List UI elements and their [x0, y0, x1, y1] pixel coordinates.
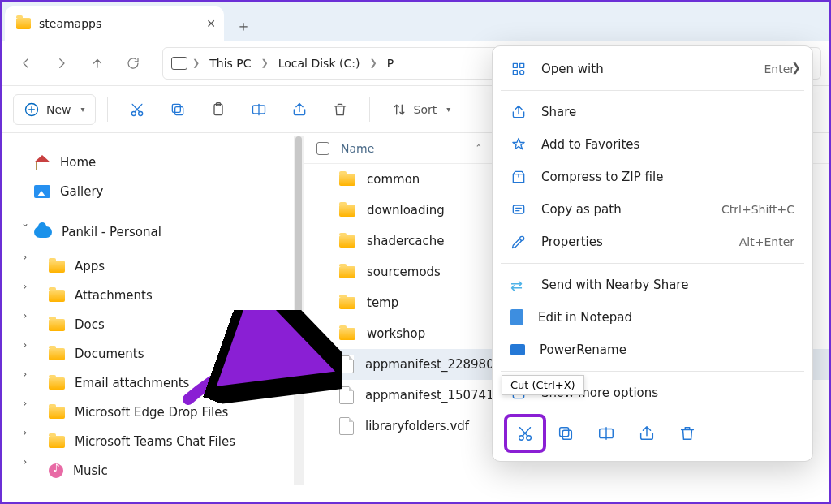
sidebar-item[interactable]: Music: [16, 456, 294, 485]
cut-button[interactable]: [119, 94, 155, 125]
new-tab-button[interactable]: ＋: [229, 11, 258, 41]
refresh-button[interactable]: [117, 47, 149, 80]
sidebar-onedrive[interactable]: Pankil - Personal: [16, 218, 294, 247]
ctx-label: PowerRename: [540, 342, 626, 357]
back-button[interactable]: [10, 47, 42, 80]
ctx-label: Compress to ZIP file: [541, 170, 663, 184]
expand-icon[interactable]: ›: [19, 310, 31, 321]
ctx-nearby-share[interactable]: ⇄Send with Nearby Share: [493, 269, 812, 301]
sidebar-item[interactable]: Microsoft Edge Drop Files: [16, 398, 294, 427]
folder-icon: [49, 436, 65, 448]
file-icon: [339, 417, 354, 435]
ctx-label: Open with: [541, 62, 604, 76]
expand-icon[interactable]: ›: [19, 368, 31, 380]
ctx-share[interactable]: Share: [493, 96, 812, 128]
ctx-quick-actions: [493, 409, 812, 454]
expand-icon[interactable]: ›: [19, 427, 31, 438]
svg-rect-12: [513, 205, 523, 213]
sidebar-item[interactable]: Apps: [16, 252, 294, 281]
breadcrumb-item[interactable]: This PC: [205, 57, 256, 70]
sidebar-label: Gallery: [60, 184, 103, 199]
sidebar-item[interactable]: Microsoft Teams Chat Files: [16, 427, 294, 456]
sidebar-label: Docs: [75, 317, 105, 332]
delete-button[interactable]: [322, 94, 358, 125]
shortcut: Enter: [764, 62, 794, 75]
sort-asc-icon: ⌃: [475, 143, 482, 153]
expand-icon[interactable]: ›: [19, 252, 31, 263]
ctx-copy-path[interactable]: Copy as pathCtrl+Shift+C: [493, 193, 812, 226]
ctx-open-with[interactable]: Open withEnter: [493, 53, 812, 85]
shortcut: Ctrl+Shift+C: [721, 203, 794, 216]
new-label: New: [46, 103, 71, 116]
share-button[interactable]: [282, 94, 317, 125]
sidebar-home[interactable]: Home: [16, 148, 294, 177]
file-name: workshop: [367, 326, 425, 341]
folder-icon: [339, 328, 355, 340]
rename-button[interactable]: [241, 94, 277, 125]
svg-rect-3: [174, 106, 183, 114]
folder-icon: [49, 407, 65, 419]
copy-button[interactable]: [160, 94, 196, 125]
folder-icon: [49, 290, 65, 302]
paste-button[interactable]: [200, 94, 236, 125]
music-icon: [49, 463, 63, 478]
file-name: libraryfolders.vdf: [365, 419, 469, 433]
breadcrumb-item[interactable]: Local Disk (C:): [273, 57, 365, 70]
checkbox-checked[interactable]: ✓: [316, 358, 329, 371]
expand-icon[interactable]: ›: [19, 398, 31, 409]
context-menu: Open withEnter ❯ Share Add to Favorites …: [492, 45, 813, 462]
breadcrumb-item[interactable]: P: [382, 57, 398, 70]
svg-rect-10: [513, 71, 517, 75]
svg-point-15: [527, 436, 532, 441]
tab-title: steamapps: [39, 17, 101, 30]
ctx-label: Send with Nearby Share: [541, 278, 688, 292]
home-icon: [34, 155, 50, 170]
ctx-rename-button[interactable]: [588, 417, 624, 450]
nav-pane: Home Gallery ⌄Pankil - Personal ›Apps ›A…: [2, 133, 294, 502]
sidebar-item[interactable]: Email attachments: [16, 368, 294, 398]
ctx-label: Add to Favorites: [541, 137, 639, 152]
select-all-checkbox[interactable]: [316, 142, 329, 155]
ctx-powerrename[interactable]: PowerRename: [493, 334, 812, 366]
ctx-copy-button[interactable]: [548, 417, 583, 450]
column-name[interactable]: Name: [341, 142, 374, 155]
sort-button[interactable]: Sort ▾: [381, 94, 461, 125]
scrollbar[interactable]: [294, 136, 304, 485]
tooltip-cut: Cut (Ctrl+X): [502, 375, 584, 395]
collapse-icon[interactable]: ⌄: [19, 218, 31, 229]
ctx-properties[interactable]: PropertiesAlt+Enter: [493, 226, 812, 258]
tab-bar: steamapps ✕ ＋: [2, 2, 829, 41]
ctx-favorites[interactable]: Add to Favorites: [493, 128, 812, 161]
close-tab-icon[interactable]: ✕: [206, 17, 216, 30]
expand-icon[interactable]: ›: [19, 339, 31, 351]
sidebar-label: Music: [73, 463, 108, 478]
forward-button[interactable]: [45, 47, 78, 80]
up-button[interactable]: [81, 47, 114, 80]
sidebar-item[interactable]: Docs: [16, 310, 294, 339]
sidebar-label: Microsoft Edge Drop Files: [75, 405, 228, 420]
folder-icon: [339, 205, 355, 217]
chevron-right-icon: ❯: [791, 61, 801, 74]
sidebar-item[interactable]: Documents: [16, 339, 294, 368]
folder-icon: [339, 174, 355, 186]
gallery-icon: [34, 185, 50, 198]
ctx-notepad[interactable]: Edit in Notepad: [493, 301, 812, 334]
new-button[interactable]: New ▾: [13, 94, 96, 125]
svg-point-2: [138, 111, 142, 115]
folder-icon: [49, 348, 65, 360]
file-name: shadercache: [367, 234, 445, 248]
ctx-cut-button[interactable]: [507, 417, 543, 450]
ctx-share-button[interactable]: [629, 417, 665, 450]
sidebar-label: Email attachments: [75, 376, 189, 390]
sidebar-label: Pankil - Personal: [62, 225, 161, 239]
ctx-compress[interactable]: Compress to ZIP file: [493, 161, 812, 193]
svg-point-11: [520, 71, 524, 75]
sidebar-item[interactable]: Attachments: [16, 281, 294, 310]
sidebar-gallery[interactable]: Gallery: [16, 177, 294, 206]
folder-icon: [49, 377, 65, 390]
expand-icon[interactable]: ›: [19, 456, 31, 467]
folder-icon: [16, 18, 31, 29]
expand-icon[interactable]: ›: [19, 281, 31, 292]
tab-steamapps[interactable]: steamapps ✕: [5, 6, 224, 41]
ctx-delete-button[interactable]: [670, 417, 705, 450]
